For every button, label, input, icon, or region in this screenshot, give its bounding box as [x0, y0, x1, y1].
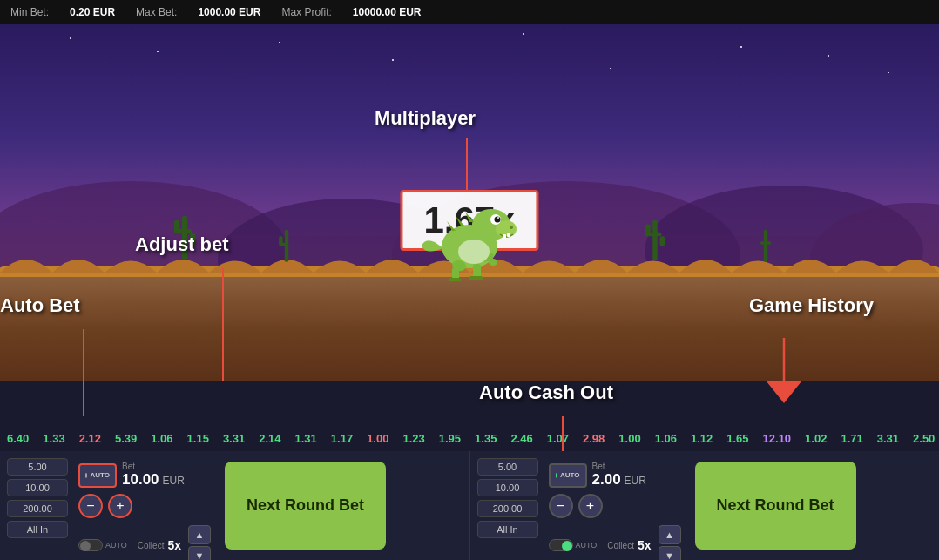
- annotation-multiplayer-line: [466, 138, 468, 190]
- amount-btn-10[interactable]: 10.00: [7, 479, 68, 496]
- left-collect-label: Collect: [138, 541, 165, 550]
- min-bet-label: Min Bet:: [10, 6, 49, 18]
- ticker-item-13: 1.35: [475, 432, 497, 445]
- ticker-item-25: 2.50: [913, 432, 935, 445]
- amount-btn-200[interactable]: 200.00: [7, 500, 68, 517]
- cactus-4: [758, 230, 773, 268]
- ticker-item-11: 1.23: [402, 432, 424, 445]
- svg-point-23: [497, 217, 499, 219]
- top-bar: Min Bet: 0.20 EUR Max Bet: 1000.00 EUR M…: [0, 0, 939, 24]
- amount-btn-allin[interactable]: All In: [7, 521, 68, 538]
- svg-rect-34: [449, 278, 461, 281]
- right-auto-toggle-label: AUTO: [576, 541, 598, 550]
- svg-point-31: [489, 259, 497, 266]
- svg-rect-17: [760, 241, 771, 245]
- ticker-item-4: 1.06: [151, 432, 172, 445]
- max-bet-value: 1000.00 EUR: [198, 6, 260, 18]
- right-plus-btn[interactable]: +: [578, 494, 603, 518]
- ticker-item-3: 5.39: [115, 432, 137, 445]
- svg-rect-35: [473, 264, 481, 278]
- svg-rect-15: [660, 236, 665, 246]
- left-bet-currency: EUR: [163, 475, 185, 487]
- ticker-item-12: 1.95: [439, 432, 461, 445]
- svg-marker-39: [767, 381, 801, 403]
- svg-rect-14: [645, 225, 651, 237]
- left-bet-label: Bet: [122, 462, 185, 471]
- annotation-auto-cash-out-line: [562, 416, 564, 451]
- ticker-scroll: 6.401.332.125.391.061.153.312.141.311.17…: [0, 432, 939, 445]
- right-collect-down[interactable]: ▼: [659, 546, 681, 560]
- ticker-item-0: 6.40: [7, 432, 29, 445]
- right-next-round-btn[interactable]: Next Round Bet: [695, 462, 856, 550]
- svg-rect-11: [279, 236, 282, 245]
- ticker-item-24: 3.31: [877, 432, 899, 445]
- right-amount-btn-allin[interactable]: All In: [477, 521, 538, 538]
- ticker-item-2: 2.12: [79, 432, 101, 445]
- right-amount-btn-10[interactable]: 10.00: [477, 479, 538, 496]
- cactus-3: [645, 220, 665, 268]
- max-bet-label: Max Bet:: [136, 6, 177, 18]
- ticker-item-6: 3.31: [223, 432, 245, 445]
- svg-rect-26: [507, 233, 510, 237]
- annotation-multiplayer: Multiplayer: [375, 107, 476, 130]
- dinosaur: [417, 186, 522, 281]
- svg-marker-27: [465, 212, 474, 222]
- left-next-round-btn[interactable]: Next Round Bet: [225, 462, 386, 550]
- ticker-item-7: 2.14: [259, 432, 280, 445]
- left-auto-toggle-label: AUTO: [105, 541, 127, 550]
- amount-btn-5[interactable]: 5.00: [7, 458, 68, 476]
- ticker-item-1: 1.33: [43, 432, 64, 445]
- cactus-2: [279, 230, 294, 268]
- left-bet-value: 10.00: [122, 471, 159, 489]
- annotation-auto-bet-line: [83, 329, 84, 416]
- ticker-item-10: 1.00: [367, 432, 388, 445]
- svg-point-24: [510, 226, 513, 229]
- left-auto-toggle[interactable]: [78, 539, 103, 551]
- annotation-adjust-bet-line: [222, 268, 224, 381]
- right-auto-badge[interactable]: AUTO: [549, 463, 587, 488]
- svg-rect-33: [452, 267, 459, 280]
- left-auto-badge[interactable]: AUTO: [78, 463, 117, 488]
- ticker-item-18: 1.06: [655, 432, 677, 445]
- left-collect-value: 5x: [167, 538, 181, 552]
- right-amount-btn-200[interactable]: 200.00: [477, 500, 538, 517]
- right-collect-up[interactable]: ▲: [659, 525, 681, 544]
- annotation-game-history: Game History: [749, 294, 874, 317]
- svg-rect-25: [503, 234, 506, 239]
- ticker-item-8: 1.31: [295, 432, 317, 445]
- bottom-controls: 5.00 10.00 200.00 All In AUTO Bet 10.00 …: [0, 451, 939, 560]
- left-plus-btn[interactable]: +: [108, 494, 132, 518]
- max-profit-label: Max Profit:: [281, 6, 331, 18]
- svg-point-37: [458, 240, 490, 264]
- left-collect-down[interactable]: ▼: [188, 546, 211, 560]
- svg-rect-36: [470, 276, 483, 280]
- max-profit-value: 10000.00 EUR: [353, 6, 422, 18]
- svg-marker-28: [456, 216, 464, 226]
- ticker-item-19: 1.12: [691, 432, 713, 445]
- ticker-bar: 6.401.332.125.391.061.153.312.141.311.17…: [0, 425, 939, 451]
- left-minus-btn[interactable]: −: [78, 494, 103, 518]
- ticker-item-22: 1.02: [805, 432, 827, 445]
- right-minus-btn[interactable]: −: [549, 494, 573, 518]
- right-control-panel: 5.00 10.00 200.00 All In AUTO Bet 2.00 E…: [470, 451, 940, 560]
- right-auto-toggle[interactable]: [549, 539, 573, 551]
- min-bet-value: 0.20 EUR: [70, 6, 115, 18]
- annotation-auto-cash-out: Auto Cash Out: [479, 381, 613, 404]
- ticker-item-5: 1.15: [187, 432, 209, 445]
- ticker-item-17: 1.00: [618, 432, 640, 445]
- annotation-game-history-arrow: [758, 338, 810, 408]
- ticker-item-21: 12.10: [763, 432, 792, 445]
- right-amount-btn-5[interactable]: 5.00: [477, 458, 538, 476]
- left-control-panel: 5.00 10.00 200.00 All In AUTO Bet 10.00 …: [0, 451, 470, 560]
- ticker-item-14: 2.46: [510, 432, 532, 445]
- left-collect-up[interactable]: ▲: [188, 525, 211, 544]
- left-amount-buttons: 5.00 10.00 200.00 All In: [7, 458, 68, 553]
- annotation-adjust-bet: Adjust bet: [135, 233, 229, 256]
- ticker-item-9: 1.17: [331, 432, 353, 445]
- annotation-auto-bet: Auto Bet: [0, 294, 80, 317]
- ticker-item-20: 1.65: [726, 432, 748, 445]
- ticker-item-15: 1.07: [547, 432, 569, 445]
- game-area: 1.67x Multiplayer Adjust bet Auto Bet Au…: [0, 24, 939, 451]
- right-collect-value: 5x: [638, 538, 652, 552]
- right-collect-label: Collect: [607, 541, 634, 550]
